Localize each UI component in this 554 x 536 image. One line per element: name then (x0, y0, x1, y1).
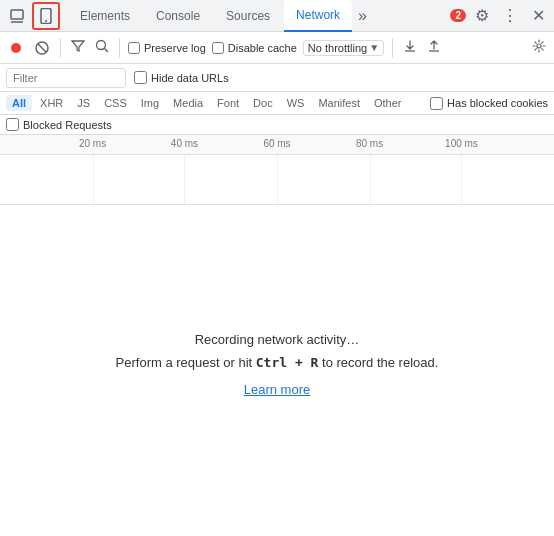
svg-point-11 (537, 44, 541, 48)
tab-console[interactable]: Console (144, 0, 212, 32)
error-badge: 2 (450, 9, 466, 22)
export-icon[interactable] (425, 37, 443, 58)
tab-right-actions: 2 ⚙ ⋮ ✕ (450, 4, 550, 28)
svg-rect-0 (11, 10, 23, 19)
chevron-down-icon: ▼ (369, 42, 379, 53)
tab-sources[interactable]: Sources (214, 0, 282, 32)
filter-type-js[interactable]: JS (71, 95, 96, 111)
tick-80ms: 80 ms (356, 138, 383, 149)
tick-20ms: 20 ms (79, 138, 106, 149)
filter-type-css[interactable]: CSS (98, 95, 133, 111)
filter-type-xhr[interactable]: XHR (34, 95, 69, 111)
instruction-before: Perform a request or hit (116, 355, 256, 370)
throttle-select[interactable]: No throttling ▼ (303, 40, 384, 56)
filter-icon[interactable] (69, 37, 87, 58)
filter-bar: Hide data URLs (0, 64, 554, 92)
filter-type-img[interactable]: Img (135, 95, 165, 111)
blocked-requests-bar: Blocked Requests (0, 115, 554, 135)
blocked-requests-checkbox[interactable]: Blocked Requests (6, 118, 112, 131)
mobile-icon[interactable] (32, 2, 60, 30)
has-blocked-cookies-checkbox[interactable]: Has blocked cookies (430, 97, 548, 110)
svg-point-3 (45, 20, 47, 22)
clear-button[interactable] (32, 38, 52, 58)
keyboard-shortcut: Ctrl + R (256, 355, 319, 370)
toolbar-divider-1 (60, 38, 61, 58)
disable-cache-checkbox[interactable]: Disable cache (212, 42, 297, 54)
toolbar-divider-3 (392, 38, 393, 58)
more-tabs-icon[interactable]: » (354, 3, 371, 29)
filter-type-manifest[interactable]: Manifest (312, 95, 366, 111)
blocked-requests-input[interactable] (6, 118, 19, 131)
network-toolbar: Preserve log Disable cache No throttling… (0, 32, 554, 64)
filter-type-font[interactable]: Font (211, 95, 245, 111)
record-button[interactable] (6, 38, 26, 58)
search-icon[interactable] (93, 37, 111, 58)
svg-point-4 (11, 43, 21, 53)
grid-line-5 (461, 155, 462, 204)
tick-40ms: 40 ms (171, 138, 198, 149)
instruction-after: to record the reload. (318, 355, 438, 370)
preserve-log-input[interactable] (128, 42, 140, 54)
import-icon[interactable] (401, 37, 419, 58)
close-devtools-icon[interactable]: ✕ (526, 4, 550, 28)
filter-type-media[interactable]: Media (167, 95, 209, 111)
hide-data-urls-input[interactable] (134, 71, 147, 84)
grid-line-2 (184, 155, 185, 204)
filter-type-all[interactable]: All (6, 95, 32, 111)
preserve-log-checkbox[interactable]: Preserve log (128, 42, 206, 54)
svg-line-8 (105, 49, 109, 53)
svg-point-7 (97, 41, 106, 50)
instruction-text: Perform a request or hit Ctrl + R to rec… (116, 355, 439, 370)
filter-type-bar: All XHR JS CSS Img Media Font Doc WS Man… (0, 92, 554, 115)
grid-line-1 (93, 155, 94, 204)
filter-type-doc[interactable]: Doc (247, 95, 279, 111)
empty-state: Recording network activity… Perform a re… (0, 205, 554, 523)
svg-line-6 (38, 44, 46, 52)
hide-data-urls-checkbox[interactable]: Hide data URLs (134, 71, 229, 84)
tab-bar: Elements Console Sources Network » 2 ⚙ ⋮… (0, 0, 554, 32)
network-settings-icon[interactable] (530, 37, 548, 58)
dev-tabs: Elements Console Sources Network » (68, 0, 442, 32)
tab-elements[interactable]: Elements (68, 0, 142, 32)
devtools-icons (4, 2, 60, 30)
tick-60ms: 60 ms (263, 138, 290, 149)
recording-text: Recording network activity… (195, 332, 360, 347)
filter-input[interactable] (6, 68, 126, 88)
learn-more-link[interactable]: Learn more (244, 382, 310, 397)
more-options-icon[interactable]: ⋮ (498, 4, 522, 28)
tick-100ms: 100 ms (445, 138, 478, 149)
grid-line-4 (370, 155, 371, 204)
filter-type-ws[interactable]: WS (281, 95, 311, 111)
grid-line-3 (277, 155, 278, 204)
settings-icon[interactable]: ⚙ (470, 4, 494, 28)
timeline-grid (0, 155, 554, 205)
has-blocked-cookies-input[interactable] (430, 97, 443, 110)
timeline-header: 20 ms 40 ms 60 ms 80 ms 100 ms (0, 135, 554, 155)
tab-network[interactable]: Network (284, 0, 352, 32)
toolbar-divider-2 (119, 38, 120, 58)
inspect-icon[interactable] (4, 3, 30, 29)
disable-cache-input[interactable] (212, 42, 224, 54)
filter-type-other[interactable]: Other (368, 95, 408, 111)
